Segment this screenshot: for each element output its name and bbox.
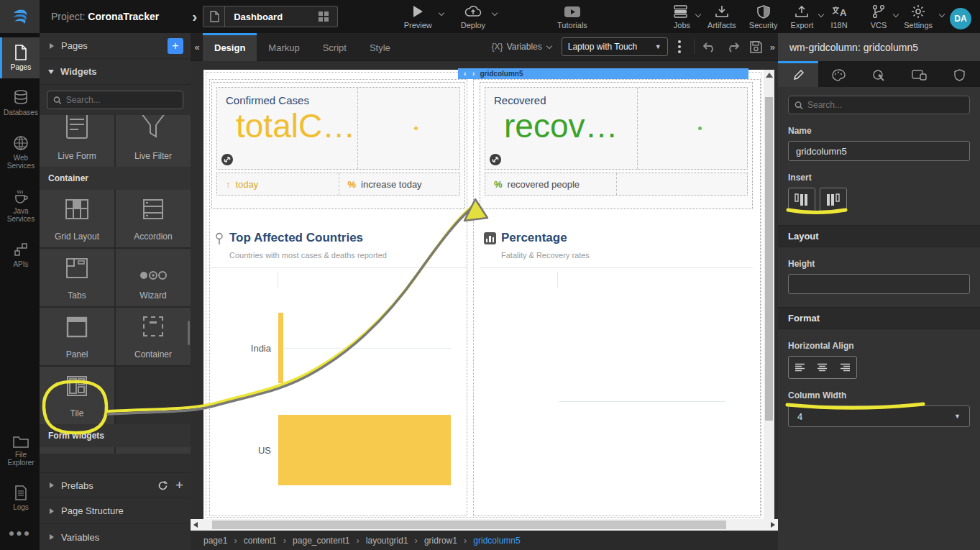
export-caret[interactable] [816, 12, 823, 18]
grid-column-left[interactable]: Confirmed Cases totalC… [209, 79, 467, 516]
device-select[interactable]: Laptop with Touch ▼ [562, 37, 668, 56]
tab-styles[interactable] [818, 61, 858, 87]
tutorials-button[interactable]: Tutorials [557, 4, 587, 29]
tab-style[interactable]: Style [358, 33, 402, 61]
widget-grid-layout[interactable]: Grid Layout [40, 190, 114, 247]
pages-section-toggle[interactable]: Pages + [40, 33, 191, 59]
user-avatar[interactable]: DA [950, 8, 971, 29]
tab-design[interactable]: Design [203, 33, 257, 61]
widget-container[interactable]: Container [116, 308, 191, 365]
canvas-hscrollbar[interactable] [191, 519, 778, 531]
confirmed-spark-cell[interactable] [357, 88, 459, 169]
wavemaker-logo[interactable] [0, 0, 40, 33]
rail-item-java-services[interactable]: Java Services [0, 181, 40, 230]
jobs-caret[interactable] [693, 12, 700, 18]
confirmed-cases-tile[interactable]: Confirmed Cases totalC… [211, 82, 465, 209]
recovered-spark-cell[interactable] [637, 88, 747, 169]
explorer-scrollbar[interactable] [188, 321, 190, 345]
variables-button[interactable]: {X} Variables [492, 42, 551, 52]
insert-column-right-button[interactable] [820, 188, 847, 212]
column-width-select[interactable]: 4 ▼ [788, 405, 970, 427]
preview-caret[interactable] [436, 11, 444, 17]
property-search-input[interactable] [807, 100, 963, 110]
variables-section-toggle[interactable]: Variables [40, 524, 191, 550]
tab-script[interactable]: Script [311, 33, 358, 61]
percentage-card[interactable]: Percentage Fatality & Recovery rates [480, 224, 753, 514]
hscroll-thumb[interactable] [212, 521, 726, 529]
vscroll-thumb[interactable] [765, 97, 773, 421]
rail-item-web-services[interactable]: Web Services [0, 128, 40, 177]
settings-caret[interactable] [937, 12, 944, 18]
insert-column-left-button[interactable] [788, 188, 815, 212]
page-canvas[interactable]: Confirmed Cases totalC… [203, 70, 764, 520]
rail-item-logs[interactable]: Logs [0, 478, 40, 518]
add-prefab-button[interactable]: + [175, 480, 183, 490]
i18n-button[interactable]: A I18N [830, 4, 847, 29]
undo-button[interactable] [702, 41, 716, 52]
save-button[interactable] [750, 41, 762, 53]
rail-more-button[interactable]: ●●● [0, 518, 40, 550]
scroll-up-arrow[interactable] [766, 73, 773, 78]
tab-security[interactable] [940, 61, 980, 87]
selection-nav-icons[interactable]: ‹ › [464, 70, 477, 78]
rail-item-file-explorer[interactable]: File Explorer [0, 428, 40, 474]
canvas-vscrollbar[interactable] [764, 70, 774, 520]
widget-search[interactable] [47, 91, 183, 109]
refresh-icon[interactable] [157, 480, 168, 491]
breadcrumb-gridcolumn5[interactable]: gridcolumn5 [473, 536, 520, 546]
design-canvas[interactable]: Confirmed Cases totalC… [191, 61, 778, 519]
recovered-tile[interactable]: Recovered recov… [480, 82, 753, 209]
toolbar-more-button[interactable] [678, 40, 681, 53]
tab-events[interactable] [858, 61, 899, 87]
widget-panel[interactable]: Panel [40, 308, 114, 365]
align-center-button[interactable] [811, 357, 833, 378]
export-button[interactable]: Export [791, 4, 814, 29]
widget-live-form[interactable]: Live Form [40, 115, 114, 167]
widget-live-filter[interactable]: Live Filter [116, 115, 191, 167]
redo-button[interactable] [726, 41, 740, 52]
widget-tile[interactable]: Tile [40, 367, 114, 424]
page-structure-section-toggle[interactable]: Page Structure [40, 498, 191, 524]
widget-accordion[interactable]: Accordion [116, 190, 191, 247]
preview-button[interactable]: Preview [404, 4, 432, 29]
page-tab-dashboard[interactable]: Dashboard [203, 6, 338, 27]
align-left-button[interactable] [789, 357, 811, 378]
artifacts-button[interactable]: Artifacts [707, 4, 736, 29]
tab-markup[interactable]: Markup [257, 33, 311, 61]
breadcrumb-page_content1[interactable]: page_content1 [293, 536, 349, 546]
deploy-button[interactable]: Deploy [461, 4, 485, 29]
breadcrumb-gridrow1[interactable]: gridrow1 [424, 536, 457, 546]
height-input[interactable] [788, 274, 970, 294]
scroll-left-arrow[interactable] [193, 522, 198, 528]
top-affected-countries-card[interactable]: Top Affected Countries Countries with mo… [210, 224, 467, 514]
rail-item-databases[interactable]: Databases [0, 83, 40, 124]
jobs-button[interactable]: Jobs [674, 4, 690, 29]
rail-item-pages[interactable]: Pages [0, 37, 40, 78]
tab-devices[interactable] [899, 61, 940, 87]
expand-inspector-button[interactable]: » [770, 42, 775, 52]
settings-button[interactable]: Settings [904, 4, 933, 29]
widget-tabs[interactable]: Tabs [40, 249, 114, 306]
widget-wizard[interactable]: Wizard [116, 249, 191, 306]
grid-column-gridcolumn5[interactable]: Recovered recov… [473, 79, 761, 516]
vcs-button[interactable]: VCS [871, 4, 887, 29]
page-grid-icon[interactable] [316, 11, 337, 22]
prefabs-section-toggle[interactable]: Prefabs + [40, 472, 191, 498]
tab-properties[interactable] [778, 61, 818, 87]
collapse-explorer-button[interactable]: « [191, 39, 203, 55]
rail-item-apis[interactable]: APIs [0, 234, 40, 275]
align-right-button[interactable] [834, 357, 856, 378]
name-input[interactable] [788, 141, 970, 161]
breadcrumb-layoutgrid1[interactable]: layoutgrid1 [366, 536, 408, 546]
security-button[interactable]: Security [749, 4, 778, 29]
vcs-caret[interactable] [891, 12, 898, 18]
breadcrumb-content1[interactable]: content1 [244, 536, 277, 546]
selection-bar-gridcolumn5[interactable]: ‹ › gridcolumn5 [458, 68, 748, 79]
breadcrumb-page1[interactable]: page1 [203, 536, 227, 546]
widget-search-input[interactable] [66, 95, 177, 105]
deploy-caret[interactable] [490, 11, 497, 17]
scroll-right-arrow[interactable] [771, 522, 775, 528]
property-search[interactable] [788, 96, 970, 114]
add-page-button[interactable]: + [168, 38, 183, 54]
widgets-section-toggle[interactable]: Widgets [40, 59, 191, 85]
